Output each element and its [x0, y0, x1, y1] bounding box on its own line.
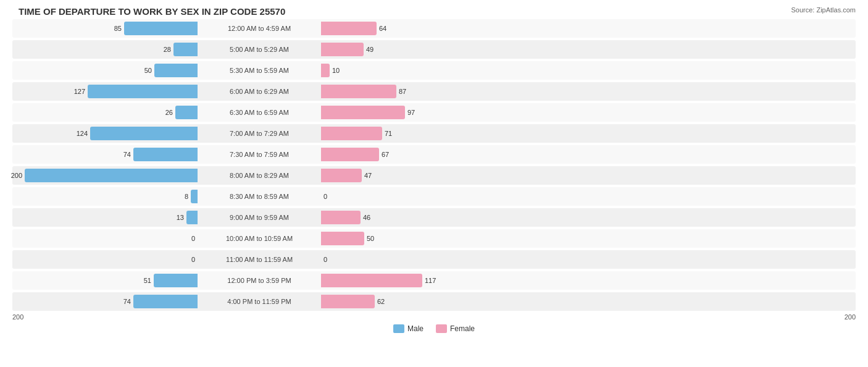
- female-legend-label: Female: [450, 324, 475, 333]
- time-range-label: 10:00 AM to 10:59 AM: [198, 235, 321, 242]
- male-bar: [154, 274, 198, 287]
- right-section: 49: [321, 40, 506, 59]
- male-legend-color: [393, 324, 404, 333]
- male-bar: [90, 127, 198, 140]
- right-section: 64: [321, 19, 506, 38]
- table-row: 744:00 PM to 11:59 PM62: [12, 292, 856, 311]
- female-bar: [321, 295, 375, 308]
- right-section: 71: [321, 124, 506, 143]
- table-row: 1247:00 AM to 7:29 AM71: [12, 124, 856, 143]
- time-range-label: 12:00 AM to 4:59 AM: [198, 25, 321, 32]
- male-value-label: 74: [123, 298, 131, 305]
- chart-area: 8512:00 AM to 4:59 AM64285:00 AM to 5:29…: [12, 19, 856, 333]
- female-bar: [321, 148, 379, 161]
- right-section: 67: [321, 145, 506, 164]
- time-range-label: 8:30 AM to 8:59 AM: [198, 193, 321, 200]
- male-value-label: 26: [165, 109, 173, 116]
- table-row: 5112:00 PM to 3:59 PM117: [12, 271, 856, 290]
- axis-right: 200: [845, 313, 856, 321]
- male-bar: [133, 295, 198, 308]
- left-section: 124: [12, 124, 198, 143]
- male-value-label: 124: [77, 130, 88, 137]
- left-section: 8: [12, 187, 198, 206]
- axis-left: 200: [12, 313, 23, 321]
- chart-title: TIME OF DEPARTURE TO WORK BY SEX IN ZIP …: [12, 6, 856, 17]
- legend-male: Male: [393, 324, 424, 333]
- female-legend-color: [436, 324, 447, 333]
- right-section: 62: [321, 292, 506, 311]
- female-value-label: 49: [366, 46, 373, 53]
- male-bar: [154, 64, 198, 77]
- left-section: 127: [12, 82, 198, 101]
- female-value-label: 64: [379, 25, 386, 32]
- male-bar: [191, 190, 198, 203]
- time-range-label: 8:00 AM to 8:29 AM: [198, 172, 321, 179]
- male-bar: [88, 85, 198, 98]
- left-section: 0: [12, 250, 198, 269]
- male-bar: [124, 22, 198, 35]
- female-value-label: 10: [332, 67, 340, 74]
- rows-wrapper: 8512:00 AM to 4:59 AM64285:00 AM to 5:29…: [12, 19, 856, 311]
- female-value-label: 71: [385, 130, 392, 137]
- right-section: 47: [321, 166, 506, 185]
- table-row: 2008:00 AM to 8:29 AM47: [12, 166, 856, 185]
- male-bar: [133, 148, 198, 161]
- male-value-label: 0: [191, 235, 195, 242]
- table-row: 505:30 AM to 5:59 AM10: [12, 61, 856, 80]
- female-value-label: 46: [363, 214, 370, 221]
- male-bar: [173, 43, 198, 56]
- time-range-label: 7:00 AM to 7:29 AM: [198, 130, 321, 137]
- male-value-label: 50: [144, 67, 152, 74]
- male-bar: [25, 169, 198, 182]
- left-section: 74: [12, 145, 198, 164]
- female-value-label: 0: [323, 193, 327, 200]
- table-row: 8512:00 AM to 4:59 AM64: [12, 19, 856, 38]
- female-bar: [321, 232, 364, 245]
- male-value-label: 8: [185, 193, 188, 200]
- female-value-label: 47: [364, 172, 372, 179]
- time-range-label: 6:30 AM to 6:59 AM: [198, 109, 321, 116]
- time-range-label: 5:30 AM to 5:59 AM: [198, 67, 321, 74]
- right-section: 50: [321, 229, 506, 248]
- right-section: 0: [321, 187, 506, 206]
- time-range-label: 7:30 AM to 7:59 AM: [198, 151, 321, 158]
- table-row: 139:00 AM to 9:59 AM46: [12, 208, 856, 227]
- male-value-label: 13: [177, 214, 184, 221]
- time-range-label: 4:00 PM to 11:59 PM: [198, 298, 321, 305]
- table-row: 010:00 AM to 10:59 AM50: [12, 229, 856, 248]
- female-bar: [321, 127, 382, 140]
- table-row: 266:30 AM to 6:59 AM97: [12, 103, 856, 122]
- table-row: 747:30 AM to 7:59 AM67: [12, 145, 856, 164]
- male-bar: [175, 106, 198, 119]
- female-value-label: 87: [399, 88, 406, 95]
- female-bar: [321, 43, 364, 56]
- female-bar: [321, 274, 422, 287]
- right-section: 117: [321, 271, 506, 290]
- male-value-label: 74: [123, 151, 131, 158]
- table-row: 011:00 AM to 11:59 AM0: [12, 250, 856, 269]
- right-section: 97: [321, 103, 506, 122]
- right-section: 46: [321, 208, 506, 227]
- female-bar: [321, 85, 396, 98]
- axis-labels: 200 200: [12, 313, 856, 321]
- right-section: 87: [321, 82, 506, 101]
- female-value-label: 67: [382, 151, 389, 158]
- male-value-label: 127: [74, 88, 85, 95]
- female-value-label: 62: [377, 298, 385, 305]
- left-section: 74: [12, 292, 198, 311]
- table-row: 1276:00 AM to 6:29 AM87: [12, 82, 856, 101]
- male-value-label: 200: [11, 172, 22, 179]
- left-section: 26: [12, 103, 198, 122]
- female-bar: [321, 64, 330, 77]
- female-value-label: 117: [425, 277, 436, 284]
- legend: Male Female: [12, 324, 856, 333]
- male-bar: [186, 211, 198, 224]
- female-bar: [321, 22, 377, 35]
- female-value-label: 50: [367, 235, 374, 242]
- legend-female: Female: [436, 324, 475, 333]
- male-legend-label: Male: [407, 324, 424, 333]
- time-range-label: 6:00 AM to 6:29 AM: [198, 88, 321, 95]
- left-section: 200: [12, 166, 198, 185]
- female-bar: [321, 211, 361, 224]
- table-row: 285:00 AM to 5:29 AM49: [12, 40, 856, 59]
